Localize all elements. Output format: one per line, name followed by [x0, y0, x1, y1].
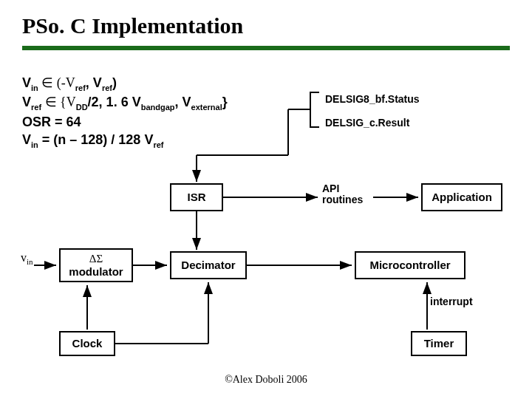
footer-copyright: ©Alex Doboli 2006 — [0, 374, 532, 386]
diagram-arrows — [0, 0, 532, 399]
block-diagram: DELSIG8_bf.Status DELSIG_c.Result ISR AP… — [0, 0, 532, 399]
